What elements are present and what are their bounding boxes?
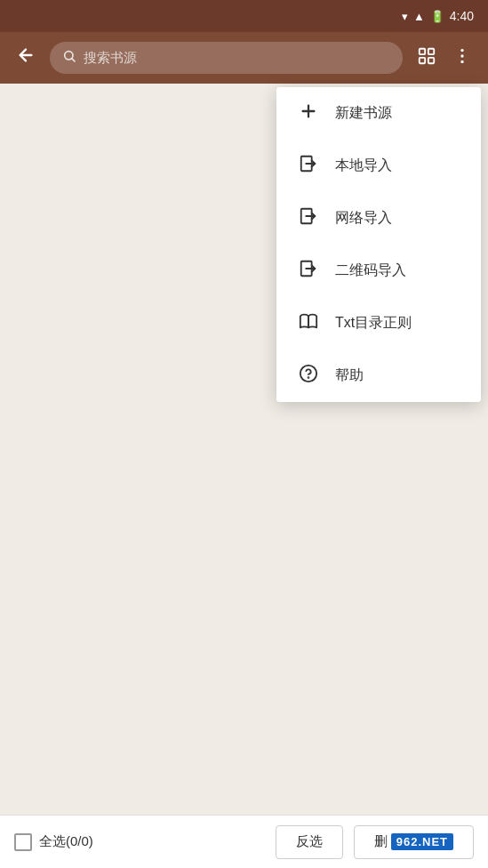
status-bar: ▾ ▲ 🔋 4:40: [0, 0, 488, 32]
main-content: 新建书源 本地导入 网络导入: [0, 84, 488, 815]
dropdown-menu: 新建书源 本地导入 网络导入: [276, 87, 481, 402]
svg-rect-1: [420, 48, 425, 53]
menu-item-qrcode-import-label: 二维码导入: [335, 261, 406, 280]
menu-item-local-import[interactable]: 本地导入: [276, 140, 481, 192]
plus-icon: [298, 101, 319, 125]
book-icon: [298, 311, 319, 335]
menu-item-help[interactable]: 帮助: [276, 350, 481, 402]
status-time: 4:40: [450, 9, 474, 23]
menu-item-qrcode-import[interactable]: 二维码导入: [276, 245, 481, 297]
grid-view-button[interactable]: [412, 41, 442, 76]
signal-icon: ▲: [413, 10, 425, 23]
menu-item-network-import-label: 网络导入: [335, 209, 392, 228]
status-icons: ▾ ▲ 🔋 4:40: [402, 9, 474, 23]
menu-item-txt-toc[interactable]: Txt目录正则: [276, 297, 481, 350]
svg-point-6: [460, 54, 463, 57]
menu-item-new-source[interactable]: 新建书源: [276, 87, 481, 140]
menu-item-local-import-label: 本地导入: [335, 157, 392, 175]
svg-rect-4: [428, 57, 434, 62]
select-all-area[interactable]: 全选(0/0): [14, 833, 93, 851]
svg-rect-3: [420, 57, 425, 62]
search-placeholder: 搜索书源: [84, 50, 137, 67]
nav-bar: 搜索书源: [0, 32, 488, 84]
delete-button[interactable]: 删 962.NET: [354, 825, 474, 859]
more-button[interactable]: [447, 41, 477, 76]
qrcode-import-icon: [298, 259, 319, 283]
select-all-checkbox[interactable]: [14, 833, 32, 851]
svg-point-7: [460, 60, 463, 62]
search-bar[interactable]: 搜索书源: [50, 42, 403, 74]
back-button[interactable]: [11, 40, 41, 76]
wifi-icon: ▾: [402, 10, 408, 23]
menu-item-txt-toc-label: Txt目录正则: [335, 314, 412, 333]
svg-rect-2: [428, 48, 434, 53]
reverse-select-button[interactable]: 反选: [276, 825, 343, 859]
svg-point-12: [308, 377, 309, 378]
help-icon: [298, 364, 319, 388]
battery-icon: 🔋: [430, 10, 444, 23]
local-import-icon: [298, 154, 319, 178]
menu-item-network-import[interactable]: 网络导入: [276, 192, 481, 245]
search-icon: [62, 49, 76, 67]
select-all-label: 全选(0/0): [39, 833, 93, 850]
bottom-bar: 全选(0/0) 反选 删 962.NET: [0, 815, 488, 868]
network-import-icon: [298, 206, 319, 230]
menu-item-new-source-label: 新建书源: [335, 104, 392, 123]
menu-item-help-label: 帮助: [335, 366, 364, 385]
nav-right-icons: [412, 41, 477, 76]
svg-point-5: [460, 48, 463, 51]
